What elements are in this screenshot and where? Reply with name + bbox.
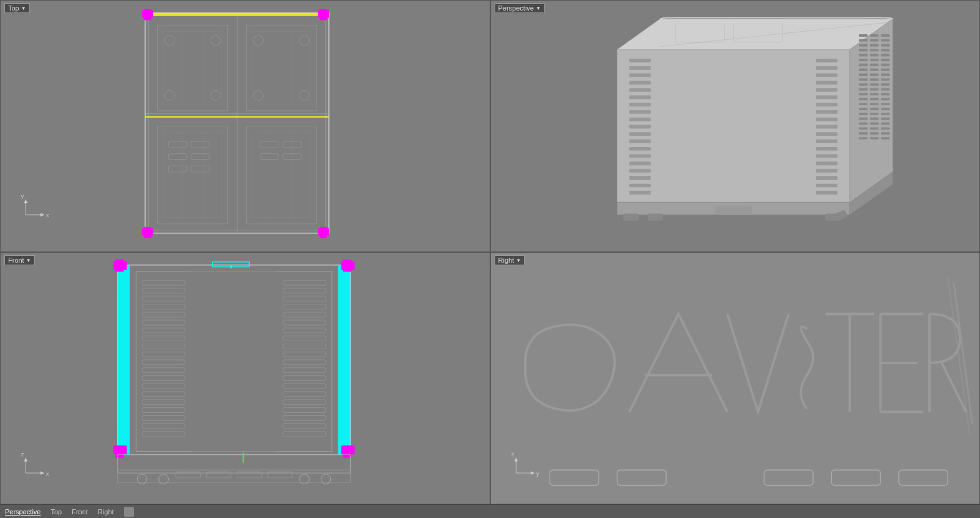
svg-rect-118	[870, 132, 878, 134]
svg-rect-160	[816, 191, 837, 195]
viewport-top-arrow: ▼	[21, 6, 26, 11]
svg-rect-171	[118, 265, 130, 455]
status-settings-icon[interactable]	[124, 507, 134, 517]
viewport-perspective-label[interactable]: Perspective ▼	[495, 3, 545, 13]
svg-rect-74	[881, 59, 890, 61]
svg-rect-39	[145, 13, 329, 16]
svg-rect-97	[870, 98, 878, 100]
svg-rect-99	[859, 103, 867, 105]
svg-rect-144	[816, 73, 837, 77]
svg-rect-77	[881, 64, 890, 66]
viewport-top-label[interactable]: Top ▼	[4, 3, 30, 13]
svg-rect-136	[629, 154, 650, 158]
svg-rect-168	[715, 205, 751, 215]
status-tab-top[interactable]: Top	[50, 508, 62, 516]
svg-rect-129	[629, 103, 650, 106]
status-tab-perspective[interactable]: Perspective	[5, 508, 40, 516]
svg-rect-108	[859, 118, 867, 120]
viewport-front[interactable]: Front ▼	[0, 252, 490, 504]
svg-rect-111	[859, 123, 867, 125]
svg-rect-132	[629, 125, 650, 129]
svg-rect-133	[629, 132, 650, 136]
perspective-view-svg	[491, 1, 980, 252]
viewport-right-arrow: ▼	[516, 258, 521, 263]
svg-rect-178	[115, 446, 124, 458]
svg-rect-67	[870, 49, 878, 52]
svg-rect-109	[870, 118, 878, 120]
svg-rect-149	[816, 110, 837, 114]
svg-rect-134	[629, 139, 650, 143]
viewport-right-label[interactable]: Right ▼	[495, 255, 525, 265]
svg-rect-139	[629, 176, 650, 180]
viewport-perspective[interactable]: Perspective ▼	[490, 0, 981, 252]
svg-rect-147	[816, 95, 837, 99]
svg-rect-107	[881, 113, 890, 115]
svg-rect-96	[859, 98, 867, 100]
svg-rect-65	[881, 44, 890, 47]
svg-rect-176	[343, 260, 352, 272]
viewport-front-label[interactable]: Front ▼	[4, 255, 35, 265]
svg-rect-115	[870, 127, 878, 130]
svg-rect-78	[859, 68, 867, 71]
svg-rect-137	[629, 162, 650, 166]
right-view-svg: y z	[491, 253, 980, 504]
svg-rect-88	[870, 83, 878, 86]
svg-rect-127	[629, 88, 650, 92]
svg-rect-84	[859, 78, 867, 81]
svg-rect-79	[870, 68, 878, 71]
viewport-top-label-text: Top	[8, 4, 19, 12]
svg-rect-98	[881, 98, 890, 100]
svg-rect-68	[881, 49, 890, 52]
viewport-right[interactable]: Right ▼	[490, 252, 981, 504]
svg-text:z: z	[21, 451, 24, 458]
svg-rect-83	[881, 73, 890, 76]
svg-rect-46	[144, 227, 151, 238]
svg-rect-110	[881, 118, 890, 120]
svg-rect-44	[320, 9, 327, 21]
svg-text:x: x	[46, 470, 49, 477]
svg-rect-60	[859, 39, 867, 42]
svg-rect-42	[144, 9, 151, 21]
svg-text:z: z	[511, 451, 514, 458]
svg-text:y: y	[21, 192, 24, 199]
svg-rect-148	[816, 103, 837, 106]
top-view-svg: x y	[1, 1, 490, 252]
svg-rect-104	[881, 108, 890, 110]
svg-rect-57	[859, 34, 867, 37]
svg-rect-169	[4, 253, 486, 504]
svg-rect-174	[115, 260, 124, 272]
svg-rect-154	[816, 147, 837, 151]
svg-rect-62	[881, 39, 890, 42]
svg-rect-61	[870, 39, 878, 42]
svg-rect-158	[816, 176, 837, 180]
svg-rect-124	[629, 66, 650, 70]
status-tab-right[interactable]: Right	[98, 508, 114, 516]
svg-rect-145	[816, 81, 837, 85]
viewport-top[interactable]: Top ▼	[0, 0, 490, 252]
viewport-perspective-label-text: Perspective	[498, 4, 534, 12]
svg-rect-159	[816, 184, 837, 187]
svg-rect-153	[816, 139, 837, 143]
svg-rect-116	[881, 127, 890, 130]
svg-rect-165	[647, 214, 663, 221]
svg-rect-48	[320, 227, 327, 238]
svg-rect-157	[816, 169, 837, 172]
svg-rect-59	[881, 34, 890, 37]
svg-rect-70	[870, 54, 878, 57]
status-tab-front[interactable]: Front	[72, 508, 88, 516]
svg-rect-81	[859, 73, 867, 76]
svg-rect-71	[881, 54, 890, 57]
viewport-right-label-text: Right	[498, 257, 515, 264]
svg-rect-72	[859, 59, 867, 61]
svg-rect-102	[859, 108, 867, 110]
svg-rect-103	[870, 108, 878, 110]
svg-rect-172	[338, 265, 351, 455]
svg-rect-113	[881, 123, 890, 125]
svg-rect-63	[859, 44, 867, 47]
svg-rect-143	[816, 66, 837, 70]
svg-rect-75	[859, 64, 867, 66]
svg-rect-126	[629, 81, 650, 85]
svg-rect-243	[494, 253, 976, 504]
svg-rect-58	[870, 34, 878, 37]
svg-rect-91	[870, 88, 878, 91]
